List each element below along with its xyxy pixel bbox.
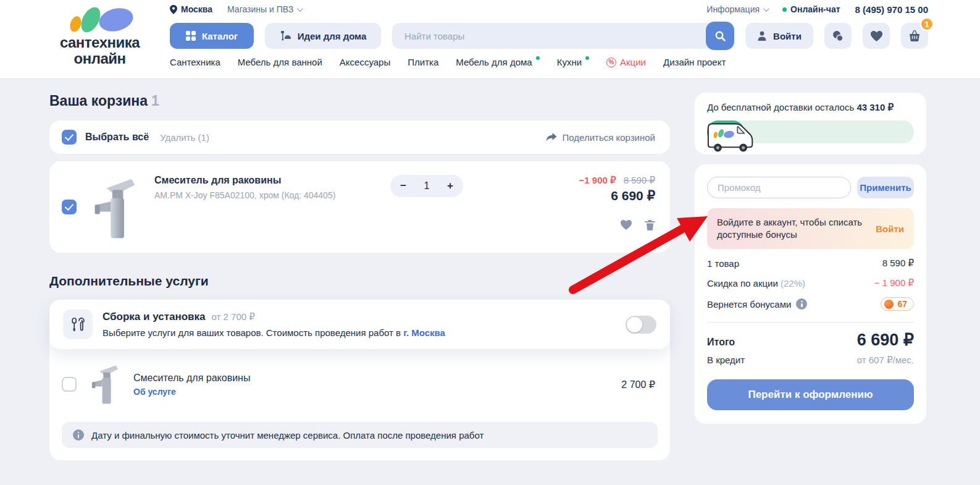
item-title: Смеситель для раковины <box>154 175 358 186</box>
online-status-icon <box>782 7 787 12</box>
summary-row-bonus: Вернется бонусами 67 <box>707 297 914 311</box>
cart-toolbar: Выбрать всё Удалить (1) Поделиться корзи… <box>49 120 670 154</box>
select-all-label: Выбрать всё <box>85 132 149 143</box>
bonus-login-button[interactable]: Войти <box>876 224 904 234</box>
nav-mebel-vannoy[interactable]: Мебель для ванной <box>238 57 322 67</box>
info-icon <box>73 429 84 441</box>
items-subtotal: 8 590 ₽ <box>882 258 914 269</box>
remove-item-button[interactable] <box>645 219 655 231</box>
chevron-down-icon <box>297 6 303 12</box>
new-dot-icon <box>536 56 540 60</box>
service-item-price: 2 700 ₽ <box>621 379 655 390</box>
basket-icon <box>908 30 921 42</box>
information-menu[interactable]: Информация <box>706 4 768 14</box>
search-button[interactable] <box>706 22 734 50</box>
about-service-link[interactable]: Об услуге <box>133 387 250 397</box>
select-all-checkbox[interactable] <box>62 130 77 145</box>
item-subtitle: AM.PM X-Joy F85A02100, хром (Код: 404405… <box>154 190 358 200</box>
free-delivery-text: До бесплатной доставки осталось 43 310 ₽ <box>707 102 914 113</box>
summary-row-items: 1 товар 8 590 ₽ <box>707 258 914 269</box>
apply-promo-button[interactable]: Применить <box>857 177 914 198</box>
site-header: сантехника онлайн Москва Магазины и ПВЗ … <box>0 0 980 79</box>
delete-selected-button[interactable]: Удалить (1) <box>160 132 209 143</box>
search-icon <box>714 30 726 42</box>
share-cart-button[interactable]: Поделиться корзиной <box>546 132 655 143</box>
nav-santekhnika[interactable]: Сантехника <box>170 57 220 67</box>
service-sub-row: Смеситель для раковины Об услуге 2 700 ₽ <box>49 349 670 411</box>
chevron-down-icon <box>763 6 769 12</box>
credit-row: В кредит от 607 ₽/мес. <box>707 355 914 366</box>
logo-shapes-icon <box>67 6 150 35</box>
compare-button[interactable] <box>824 23 852 49</box>
city-selector[interactable]: Москва <box>170 4 212 14</box>
share-icon <box>546 133 557 142</box>
nav-mebel-doma[interactable]: Мебель для дома <box>456 57 539 67</box>
main-nav: Сантехника Мебель для ванной Аксессуары … <box>170 57 928 67</box>
item-price: 6 690 ₽ <box>516 188 655 203</box>
free-delivery-card: До бесплатной доставки осталось 43 310 ₽ <box>695 93 926 154</box>
grid-icon <box>186 31 196 41</box>
service-city-link[interactable]: г. Москва <box>403 327 445 338</box>
bonus-banner-text: Войдите в аккаунт, чтобы списать доступн… <box>717 216 867 241</box>
service-main-row: Сборка и установкаот 2 700 ₽ Выберите ус… <box>49 300 670 349</box>
discount-value: − 1 900 ₽ <box>874 277 914 289</box>
service-from-price: от 2 700 ₽ <box>212 311 255 322</box>
qty-value: 1 <box>424 180 430 192</box>
summary-row-discount: Скидка по акции (22%) − 1 900 ₽ <box>707 277 914 289</box>
nav-plitka[interactable]: Плитка <box>408 57 438 67</box>
checkout-button[interactable]: Перейти к оформлению <box>707 379 914 410</box>
stores-link[interactable]: Магазины и ПВЗ <box>227 4 301 14</box>
services-title: Дополнительные услуги <box>49 274 670 289</box>
services-card: Сборка и установкаот 2 700 ₽ Выберите ус… <box>49 300 670 460</box>
item-old-price: 8 590 ₽ <box>624 175 655 185</box>
cart-item-row: Смеситель для раковины AM.PM X-Joy F85A0… <box>49 161 670 253</box>
nav-aksessuary[interactable]: Аксессуары <box>340 57 390 67</box>
free-delivery-amount: 43 310 ₽ <box>856 102 894 112</box>
nav-dizayn-proekt[interactable]: Дизайн проект <box>663 57 726 67</box>
qty-increase-button[interactable]: + <box>447 180 453 192</box>
search-input[interactable] <box>392 31 734 41</box>
cart-items-count: 1 <box>151 93 159 109</box>
total-row: Итого 6 690 ₽ <box>707 330 914 350</box>
bonus-coin-icon <box>884 300 894 309</box>
login-button[interactable]: Войти <box>745 23 813 49</box>
online-chat-link[interactable]: Онлайн-чат <box>782 4 840 14</box>
phone-number[interactable]: 8 (495) 970 15 00 <box>855 4 928 15</box>
service-title: Сборка и установкаот 2 700 ₽ <box>103 311 445 323</box>
bonus-info-icon[interactable] <box>796 298 807 310</box>
service-note: Дату и финальную стоимость уточнит менед… <box>62 422 658 448</box>
home-ideas-button[interactable]: Идеи для дома <box>265 23 381 49</box>
cart-count-badge: 1 <box>920 17 934 31</box>
logo[interactable]: сантехника онлайн <box>49 0 150 78</box>
product-image-faucet <box>88 175 142 242</box>
service-item-checkbox[interactable] <box>62 377 77 392</box>
tools-icon-box <box>63 310 93 339</box>
item-discount: −1 900 ₽ <box>579 175 616 185</box>
add-to-favorites-button[interactable] <box>620 219 632 231</box>
qty-decrease-button[interactable]: − <box>400 180 406 192</box>
delivery-truck-icon <box>704 119 757 154</box>
tools-icon <box>70 316 85 332</box>
cart-button[interactable]: 1 <box>901 23 928 49</box>
promo-code-input[interactable] <box>707 177 851 198</box>
quantity-stepper: − 1 + <box>390 175 463 197</box>
location-pin-icon <box>170 5 177 14</box>
new-dot-icon <box>585 56 589 60</box>
trash-icon <box>645 219 655 231</box>
bonus-amount-badge: 67 <box>881 297 914 311</box>
item-checkbox[interactable] <box>62 200 77 214</box>
summary-divider <box>707 322 914 323</box>
logo-text: сантехника онлайн <box>49 35 150 67</box>
service-toggle[interactable] <box>626 316 656 334</box>
heart-icon <box>870 30 883 42</box>
page-title: Ваша корзина1 <box>49 93 670 109</box>
user-icon <box>757 31 767 41</box>
bonus-login-banner: Войдите в аккаунт, чтобы списать доступн… <box>707 208 914 249</box>
heart-icon <box>620 219 632 230</box>
nav-kukhni[interactable]: Кухни <box>557 57 589 67</box>
catalog-button[interactable]: Каталог <box>170 23 254 49</box>
delivery-progress-bar <box>707 120 914 143</box>
favorites-button[interactable] <box>863 23 890 49</box>
credit-value: от 607 ₽/мес. <box>857 355 914 366</box>
nav-akcii[interactable]: %Акции <box>606 57 646 67</box>
